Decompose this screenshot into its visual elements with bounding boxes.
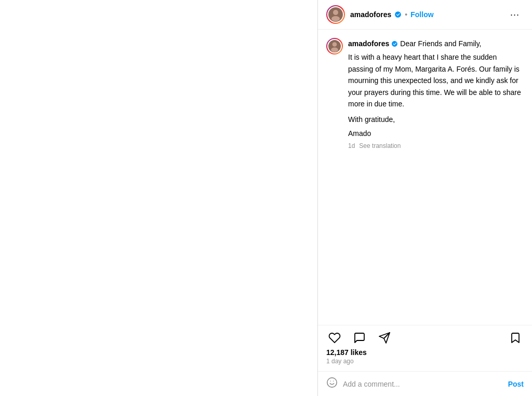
comment-body-text: It is with a heavy heart that I share th… [348, 51, 524, 110]
svg-point-0 [333, 10, 338, 15]
action-bar: 12,187 likes 1 day ago [318, 325, 532, 371]
svg-point-3 [331, 48, 338, 52]
comment-avatar[interactable] [326, 38, 343, 54]
header-avatar[interactable] [326, 5, 345, 24]
main-comment: amadofores Dear Friends and Family, It i… [326, 38, 524, 149]
comment-greeting: Dear Friends and Family, [400, 38, 481, 49]
likes-count: 12,187 likes [326, 348, 524, 357]
verified-badge-comment [391, 40, 398, 47]
comment-signature: Amado [348, 128, 524, 139]
comment-username[interactable]: amadofores [348, 39, 389, 48]
time-ago: 1 day ago [326, 358, 524, 365]
share-button[interactable] [376, 330, 393, 346]
action-icons [326, 330, 524, 346]
dot-separator: • [405, 10, 407, 19]
comment-button[interactable] [351, 330, 368, 346]
comment-username-line: amadofores Dear Friends and Family, [348, 38, 524, 49]
post-header: amadofores • Follow ··· [318, 0, 532, 30]
post-content: amadofores Dear Friends and Family, It i… [318, 30, 532, 325]
header-username[interactable]: amadofores [350, 10, 391, 19]
comment-input-area: Post [318, 371, 532, 396]
comment-input[interactable] [343, 380, 503, 388]
svg-point-1 [331, 16, 340, 21]
bookmark-button[interactable] [507, 330, 524, 346]
see-translation-button[interactable]: See translation [359, 142, 401, 149]
follow-button[interactable]: Follow [410, 10, 433, 19]
verified-badge-header [394, 11, 402, 18]
comment-timestamp: 1d [348, 142, 355, 149]
more-options-button[interactable]: ··· [506, 7, 524, 22]
post-comment-button[interactable]: Post [508, 380, 524, 388]
photo-panel [0, 0, 318, 396]
like-button[interactable] [326, 330, 343, 346]
svg-point-2 [332, 42, 337, 47]
comment-gratitude: With gratitude, [348, 114, 524, 125]
svg-point-6 [327, 378, 337, 387]
comment-meta: 1d See translation [348, 142, 524, 149]
header-info: amadofores • Follow [350, 10, 506, 19]
emoji-button[interactable] [326, 377, 338, 391]
comment-body: amadofores Dear Friends and Family, It i… [348, 38, 524, 149]
post-panel: amadofores • Follow ··· [318, 0, 532, 396]
